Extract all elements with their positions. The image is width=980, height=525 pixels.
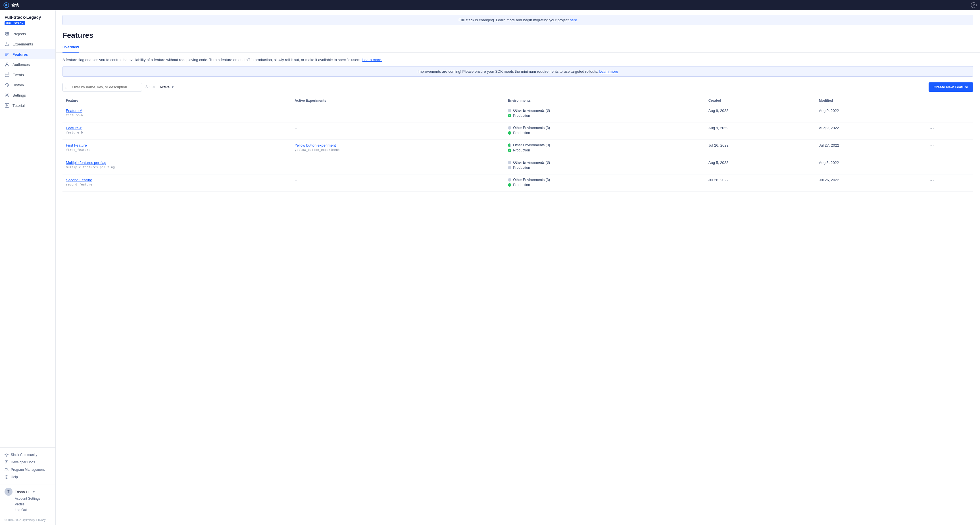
sidebar-item-help[interactable]: Help	[5, 473, 51, 481]
modified-cell-4: Jul 26, 2022	[816, 174, 926, 191]
status-spacer	[157, 85, 158, 89]
sidebar-item-program[interactable]: Program Management	[5, 466, 51, 473]
modified-cell-3: Aug 5, 2022	[816, 157, 926, 174]
sidebar-label-settings: Settings	[13, 93, 26, 97]
sidebar-item-docs[interactable]: Developer Docs	[5, 458, 51, 466]
other-dot	[508, 143, 511, 147]
feature-name-link[interactable]: Feature-A	[66, 108, 288, 113]
search-icon: ⌕	[65, 85, 68, 89]
sidebar-copyright: ©2010–2022 Optimizely. Privacy	[0, 516, 56, 525]
tab-overview[interactable]: Overview	[62, 42, 79, 52]
more-button[interactable]: ···	[929, 161, 934, 165]
sidebar-item-slack[interactable]: Slack Community	[5, 451, 51, 458]
user-name: Trisha H.	[15, 490, 30, 494]
account-settings-link[interactable]: Account Settings	[15, 496, 51, 501]
table-row: Multiple features per flag multiple_feat…	[62, 157, 973, 174]
col-experiments: Active Experiments	[291, 96, 504, 105]
more-cell-1: ···	[926, 122, 973, 140]
search-input[interactable]	[62, 83, 142, 91]
feature-name-link[interactable]: Multiple features per flag	[66, 161, 288, 165]
svg-point-25	[5, 468, 6, 469]
sidebar-item-events[interactable]: Events	[0, 70, 56, 80]
status-filter-value: Active	[160, 85, 170, 89]
sidebar-bottom: Slack Community Developer Docs Program M…	[0, 447, 56, 484]
sidebar-label-audiences: Audiences	[13, 62, 30, 67]
feature-key: feature-b	[66, 131, 288, 134]
env-other-label: Other Environments (3)	[513, 161, 550, 164]
feature-name-link[interactable]: Feature-B	[66, 126, 288, 130]
svg-rect-18	[6, 453, 7, 454]
status-filter-label: Status	[145, 85, 155, 89]
more-button[interactable]: ···	[929, 108, 934, 113]
sidebar-item-experiments[interactable]: Experiments	[0, 39, 56, 49]
svg-point-15	[6, 95, 8, 96]
env-other-row: Other Environments (3)	[508, 126, 702, 130]
other-dot	[508, 178, 511, 181]
more-button[interactable]: ···	[929, 178, 934, 183]
sidebar-item-features[interactable]: Features	[0, 49, 56, 59]
help-icon[interactable]: ?	[971, 2, 977, 8]
prod-dot: ✓	[508, 183, 511, 187]
feature-name-link[interactable]: Second Feature	[66, 178, 288, 182]
experiments-cell-3: --	[291, 157, 504, 174]
toolbar: ⌕ Status Active ▼ Create New Feature	[62, 83, 973, 92]
tutorial-icon	[5, 103, 10, 108]
env-prod-row: Production	[508, 165, 702, 170]
page-content: A feature flag enables you to control th…	[56, 52, 980, 196]
table-row: First Feature first_feature Yellow butto…	[62, 140, 973, 157]
profile-link[interactable]: Profile	[15, 501, 51, 507]
env-prod-label: Production	[513, 114, 530, 118]
sidebar-item-projects[interactable]: Projects	[0, 29, 56, 39]
logout-link[interactable]: Log Out	[15, 507, 51, 513]
feature-cell-1: Feature-B feature-b	[62, 122, 291, 140]
learn-more-link[interactable]: Learn more.	[363, 58, 382, 62]
events-icon	[5, 72, 10, 77]
env-other-label: Other Environments (3)	[513, 143, 550, 147]
project-name: Full-Stack-Legacy	[5, 15, 51, 20]
topbar: 全钱 ?	[0, 0, 980, 10]
feature-name-link[interactable]: First Feature	[66, 143, 288, 148]
other-dot	[508, 161, 511, 164]
svg-point-3	[7, 32, 9, 34]
exp-dash: --	[294, 108, 297, 113]
sidebar-item-settings[interactable]: Settings	[0, 90, 56, 100]
sidebar-user: T Trisha H. ▼ Account Settings Profile L…	[0, 484, 56, 516]
table-row: Feature-B feature-b -- Other Environment…	[62, 122, 973, 140]
migration-banner: Full stack is changing. Learn more and b…	[62, 15, 973, 25]
modified-cell-2: Jul 27, 2022	[816, 140, 926, 157]
sidebar-item-audiences[interactable]: Audiences	[0, 59, 56, 70]
create-feature-button[interactable]: Create New Feature	[929, 83, 973, 92]
feature-cell-0: Feature-A feature-a	[62, 105, 291, 122]
other-dot	[508, 126, 511, 130]
environments-cell-1: Other Environments (3) ✓ Production	[504, 122, 705, 140]
user-row[interactable]: T Trisha H. ▼	[5, 488, 51, 496]
migration-text: Full stack is changing. Learn more and b…	[459, 18, 570, 22]
sdk-learn-more-link[interactable]: Learn more	[599, 69, 618, 73]
user-links: Account Settings Profile Log Out	[5, 496, 51, 513]
env-prod-row: ✓ Production	[508, 183, 702, 187]
svg-rect-19	[6, 456, 7, 457]
migration-link[interactable]: here	[570, 18, 577, 22]
env-other-row: Other Environments (3)	[508, 108, 702, 113]
sidebar-item-history[interactable]: History	[0, 80, 56, 90]
sidebar-brand: Full-Stack-Legacy FULL STACK	[0, 10, 56, 26]
svg-point-26	[7, 468, 8, 469]
program-icon	[5, 468, 8, 472]
slack-icon	[5, 453, 8, 457]
exp-name-link[interactable]: Yellow button experiment	[294, 143, 501, 148]
feature-key: first_feature	[66, 148, 288, 152]
search-wrap: ⌕	[62, 83, 142, 91]
audiences-icon	[5, 62, 10, 67]
svg-rect-17	[5, 454, 6, 455]
more-cell-4: ···	[926, 174, 973, 191]
feature-cell-4: Second Feature second_feature	[62, 174, 291, 191]
topbar-logo: 全钱	[11, 3, 19, 8]
status-filter[interactable]: Status Active ▼	[145, 85, 174, 89]
env-prod-row: ✓ Production	[508, 148, 702, 152]
more-button[interactable]: ···	[929, 143, 934, 148]
feature-cell-2: First Feature first_feature	[62, 140, 291, 157]
sidebar-item-tutorial[interactable]: Tutorial	[0, 100, 56, 110]
prod-dot: ✓	[508, 149, 511, 152]
more-button[interactable]: ···	[929, 126, 934, 131]
environments-cell-2: Other Environments (3) ✓ Production	[504, 140, 705, 157]
